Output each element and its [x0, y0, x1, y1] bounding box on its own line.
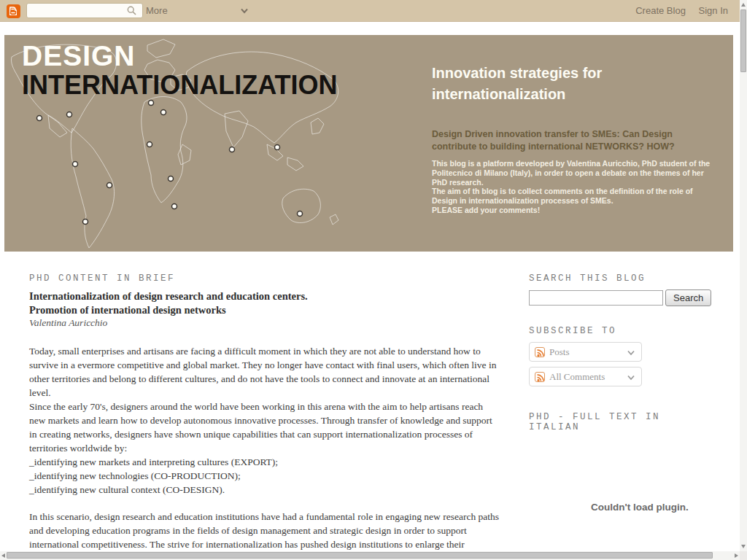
post-author: Valentina Auricchio	[29, 317, 107, 329]
post-title-line1: Internationalization of design research …	[29, 289, 308, 303]
plugin-area: Couldn't load plugin.	[529, 492, 708, 560]
blog-tagline: Design Driven innovation transfer to SME…	[432, 128, 709, 153]
post-body: Today, small enterprises and artisans ar…	[29, 344, 500, 551]
vertical-scrollbar[interactable]	[740, 0, 747, 551]
post-paragraph: In this scenario, design research and ed…	[29, 510, 500, 551]
post-title-line2: Promotion of international design networ…	[29, 303, 308, 317]
chevron-down-icon[interactable]	[239, 7, 249, 15]
blog-search-widget: Search	[529, 289, 708, 306]
search-widget-heading: SEARCH THIS BLOG	[529, 273, 708, 284]
post-paragraph: Today, small enterprises and artisans ar…	[29, 344, 500, 497]
subscribe-posts-dropdown[interactable]: Posts	[529, 342, 642, 362]
navbar-more-menu[interactable]: More	[146, 5, 168, 16]
create-blog-link[interactable]: Create Blog	[635, 5, 686, 16]
scroll-down-arrow-icon[interactable]	[741, 545, 746, 548]
blog-page: More Create Blog Sign In	[0, 0, 747, 560]
blogger-b-icon	[9, 7, 17, 15]
phd-widget-heading: PHD - FULL TEXT IN ITALIAN	[529, 412, 708, 432]
chevron-down-icon	[627, 349, 635, 357]
blog-search-button[interactable]: Search	[665, 289, 711, 306]
vertical-scrollbar-thumb[interactable]	[740, 9, 746, 72]
search-icon[interactable]	[127, 6, 136, 15]
post-section-heading: PHD CONTENT IN BRIEF	[29, 273, 500, 284]
scroll-right-arrow-icon[interactable]	[735, 553, 738, 558]
subscribe-comments-dropdown[interactable]: All Comments	[529, 367, 642, 386]
scroll-left-arrow-icon[interactable]	[1, 553, 5, 558]
blog-description: This blog is a platform developed by Val…	[432, 159, 718, 215]
feed-icon	[535, 372, 545, 382]
map-location-markers	[37, 101, 303, 225]
subscribe-comments-label: All Comments	[549, 371, 605, 383]
scroll-up-arrow-icon[interactable]	[741, 3, 746, 7]
chevron-down-icon	[627, 374, 635, 381]
plugin-error-message: Couldn't load plugin.	[591, 502, 689, 513]
blog-title-line2: INTERNATIONALIZATION	[22, 70, 338, 101]
horizontal-scrollbar[interactable]	[0, 551, 740, 560]
blogger-logo-icon[interactable]	[7, 4, 20, 18]
blog-subtitle: Innovation strategies for internationali…	[432, 63, 651, 105]
blog-header: DESIGN INTERNATIONALIZATION Innovation s…	[4, 35, 733, 252]
subscribe-posts-label: Posts	[549, 346, 569, 358]
post-title: Internationalization of design research …	[29, 289, 308, 317]
main-content: PHD CONTENT IN BRIEF Internationalizatio…	[29, 273, 500, 284]
horizontal-scrollbar-thumb[interactable]	[7, 552, 713, 559]
blog-search-input[interactable]	[529, 290, 663, 306]
sidebar: SEARCH THIS BLOG Search SUBSCRIBE TO Pos…	[529, 273, 708, 284]
navbar-search-input[interactable]	[26, 3, 143, 18]
blog-title: DESIGN INTERNATIONALIZATION	[22, 41, 338, 101]
blogger-navbar: More Create Blog Sign In	[0, 0, 747, 22]
sign-in-link[interactable]: Sign In	[699, 5, 728, 16]
feed-icon	[535, 347, 545, 357]
subscribe-widget-heading: SUBSCRIBE TO	[529, 326, 616, 336]
scrollbar-corner	[740, 551, 747, 560]
blog-title-line1: DESIGN	[22, 41, 338, 71]
